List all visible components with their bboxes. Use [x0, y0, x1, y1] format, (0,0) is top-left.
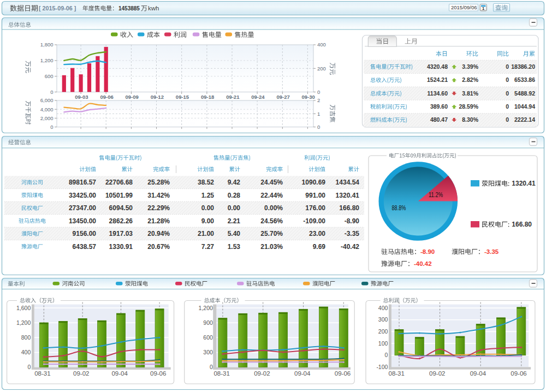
svg-text:1,200: 1,200 — [199, 305, 213, 311]
svg-text:09-09: 09-09 — [126, 94, 139, 100]
svg-text:1.25: 1.25 — [201, 192, 215, 199]
svg-text:900: 900 — [203, 319, 213, 326]
svg-text:0: 0 — [506, 76, 509, 83]
svg-text:33425.00: 33425.00 — [69, 192, 96, 199]
svg-text:-3.35: -3.35 — [484, 248, 499, 255]
svg-text:9156.00: 9156.00 — [73, 230, 97, 237]
svg-text:31.42%: 31.42% — [147, 192, 170, 199]
svg-text:kwh: kwh — [148, 5, 159, 11]
svg-text:09-18: 09-18 — [201, 94, 214, 100]
svg-text:09-04: 09-04 — [111, 370, 128, 377]
svg-text:09-02: 09-02 — [429, 370, 445, 377]
svg-text:300: 300 — [203, 349, 213, 355]
svg-text:400: 400 — [317, 41, 326, 47]
svg-text:800: 800 — [21, 334, 31, 341]
svg-text:09-06: 09-06 — [511, 370, 526, 377]
svg-text:1,800: 1,800 — [40, 41, 54, 47]
svg-text:0: 0 — [50, 124, 53, 130]
svg-text:0: 0 — [506, 63, 509, 70]
svg-text:22.44%: 22.44% — [260, 192, 283, 199]
svg-text:1917.03: 1917.03 — [109, 230, 133, 237]
svg-text:176.00: 176.00 — [305, 204, 325, 212]
svg-text:-8.90: -8.90 — [345, 217, 360, 225]
svg-text:28.59%: 28.59% — [459, 103, 478, 110]
svg-text:1524.21: 1524.21 — [427, 76, 448, 83]
svg-text:400: 400 — [378, 305, 388, 311]
svg-text:-8.90: -8.90 — [420, 248, 435, 255]
svg-text:0: 0 — [210, 364, 213, 370]
svg-text:0: 0 — [506, 103, 509, 110]
svg-text:9.42: 9.42 — [228, 179, 241, 186]
svg-text:25.28%: 25.28% — [147, 179, 170, 186]
svg-text:600: 600 — [203, 334, 213, 341]
svg-text:-100: -100 — [376, 364, 388, 370]
svg-text:25.70%: 25.70% — [260, 230, 283, 237]
svg-text:21.28%: 21.28% — [147, 217, 170, 225]
svg-text:09-30: 09-30 — [302, 94, 315, 100]
svg-text:38.52: 38.52 — [198, 179, 214, 186]
svg-text:1: 1 — [317, 111, 320, 117]
svg-text:0: 0 — [506, 90, 509, 97]
svg-text:0: 0 — [50, 89, 53, 95]
svg-text:6094.50: 6094.50 — [109, 204, 133, 212]
svg-text:166.80: 166.80 — [512, 221, 532, 228]
svg-text:10501.99: 10501.99 — [105, 192, 133, 199]
svg-text:0.00: 0.00 — [201, 204, 215, 212]
svg-text:09-12: 09-12 — [151, 94, 164, 100]
svg-text:6533.86: 6533.86 — [514, 76, 535, 83]
svg-text:09-02: 09-02 — [254, 370, 270, 377]
svg-text:0.00%: 0.00% — [264, 204, 283, 212]
svg-text:09-15: 09-15 — [176, 94, 189, 100]
svg-text:4,000: 4,000 — [40, 106, 54, 112]
svg-text:9.00: 9.00 — [201, 217, 215, 225]
svg-text:27347.00: 27347.00 — [69, 204, 96, 212]
svg-text:24.56%: 24.56% — [260, 217, 283, 225]
svg-text:21.03%: 21.03% — [260, 243, 283, 251]
svg-text:5.40: 5.40 — [228, 230, 241, 237]
svg-text:-3.35: -3.35 — [345, 230, 360, 237]
svg-text:1320.41: 1320.41 — [336, 192, 360, 199]
svg-text:6438.57: 6438.57 — [73, 243, 97, 251]
svg-text:2,000: 2,000 — [40, 115, 54, 121]
svg-text:1434.54: 1434.54 — [336, 179, 360, 186]
svg-text:2222.14: 2222.14 — [514, 116, 535, 123]
svg-text:200: 200 — [378, 328, 388, 335]
svg-text:1044.94: 1044.94 — [514, 103, 535, 110]
svg-text:1134.60: 1134.60 — [428, 90, 448, 97]
svg-text:6,000: 6,000 — [40, 97, 54, 103]
svg-text:1,200: 1,200 — [16, 319, 31, 326]
svg-text:09-06: 09-06 — [335, 370, 351, 377]
svg-text:600: 600 — [45, 73, 54, 79]
svg-text:09-02: 09-02 — [73, 370, 89, 377]
svg-text:09-06: 09-06 — [100, 94, 113, 100]
svg-text:991.00: 991.00 — [305, 192, 325, 199]
svg-text:2862.26: 2862.26 — [109, 217, 133, 225]
svg-text:0.28: 0.28 — [228, 192, 241, 199]
svg-text:08-31: 08-31 — [213, 370, 229, 377]
svg-text:2.21: 2.21 — [228, 217, 241, 225]
svg-text:0.00: 0.00 — [228, 204, 241, 212]
svg-text:3.39%: 3.39% — [462, 63, 478, 70]
svg-text:89816.57: 89816.57 — [69, 179, 96, 186]
svg-text:0: 0 — [506, 116, 509, 123]
svg-text:13450.00: 13450.00 — [69, 217, 96, 225]
svg-text:1.53: 1.53 — [228, 243, 241, 251]
svg-text:0: 0 — [27, 364, 31, 370]
svg-text:5488.92: 5488.92 — [514, 90, 535, 97]
svg-text:09-06: 09-06 — [150, 370, 166, 377]
svg-text:09-24: 09-24 — [251, 94, 265, 100]
svg-text:300: 300 — [378, 316, 388, 323]
svg-text:8.30%: 8.30% — [462, 116, 478, 123]
svg-text:09-04: 09-04 — [294, 370, 311, 377]
svg-text:1: 1 — [482, 6, 484, 11]
svg-text:22.29%: 22.29% — [147, 204, 170, 212]
svg-text:08-31: 08-31 — [34, 370, 50, 377]
svg-text:400: 400 — [21, 349, 31, 355]
svg-text:4320.48: 4320.48 — [427, 63, 448, 70]
svg-text:22706.68: 22706.68 — [105, 179, 133, 186]
svg-text:20.94%: 20.94% — [147, 230, 170, 237]
svg-text:1090.69: 1090.69 — [302, 179, 326, 186]
svg-text:2: 2 — [317, 97, 320, 103]
svg-text:-40.42: -40.42 — [414, 260, 432, 267]
svg-text:0: 0 — [385, 352, 388, 358]
